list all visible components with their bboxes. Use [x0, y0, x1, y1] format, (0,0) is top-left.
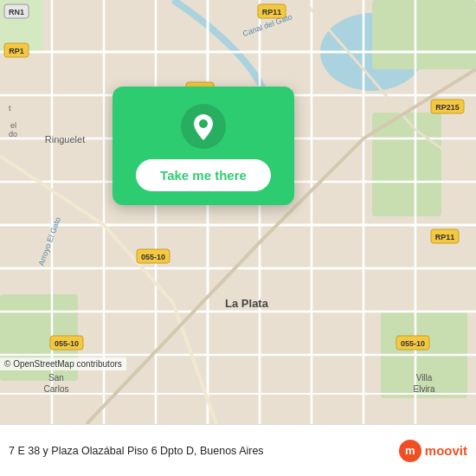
svg-point-55 — [199, 119, 208, 128]
take-me-there-button[interactable]: Take me there — [136, 159, 271, 191]
svg-text:RP215: RP215 — [435, 103, 460, 112]
map-attribution: © OpenStreetMap contributors — [0, 357, 126, 370]
location-pin-icon — [181, 104, 226, 149]
svg-text:055-10: 055-10 — [401, 339, 425, 348]
svg-text:RP1: RP1 — [9, 47, 24, 55]
svg-text:RP11: RP11 — [262, 8, 282, 16]
svg-text:RN1: RN1 — [9, 8, 24, 16]
svg-text:RP11: RP11 — [435, 233, 455, 241]
svg-text:Ringuelet: Ringuelet — [45, 134, 85, 145]
moovit-text: moovit — [425, 443, 467, 458]
moovit-logo: m moovit — [399, 440, 467, 462]
svg-text:Carlos: Carlos — [44, 384, 69, 394]
svg-text:055-10: 055-10 — [55, 339, 79, 348]
address-text: 7 E 38 y Plaza Olazábal Piso 6 Dpto D, B… — [9, 445, 399, 457]
svg-text:Villa: Villa — [416, 373, 433, 383]
svg-text:Elvira: Elvira — [413, 384, 434, 394]
moovit-icon: m — [399, 440, 421, 462]
action-card: Take me there — [113, 87, 294, 205]
svg-text:el: el — [10, 121, 16, 130]
map-container: RP1 RP11 RN1 RP13 RP215 RP11 055-10 055-… — [0, 0, 476, 424]
svg-text:La Plata: La Plata — [225, 297, 269, 310]
svg-rect-6 — [372, 0, 476, 69]
bottom-bar: 7 E 38 y Plaza Olazábal Piso 6 Dpto D, B… — [0, 424, 476, 476]
svg-text:055-10: 055-10 — [141, 253, 165, 261]
svg-text:San: San — [48, 373, 64, 383]
svg-text:do: do — [9, 130, 17, 138]
